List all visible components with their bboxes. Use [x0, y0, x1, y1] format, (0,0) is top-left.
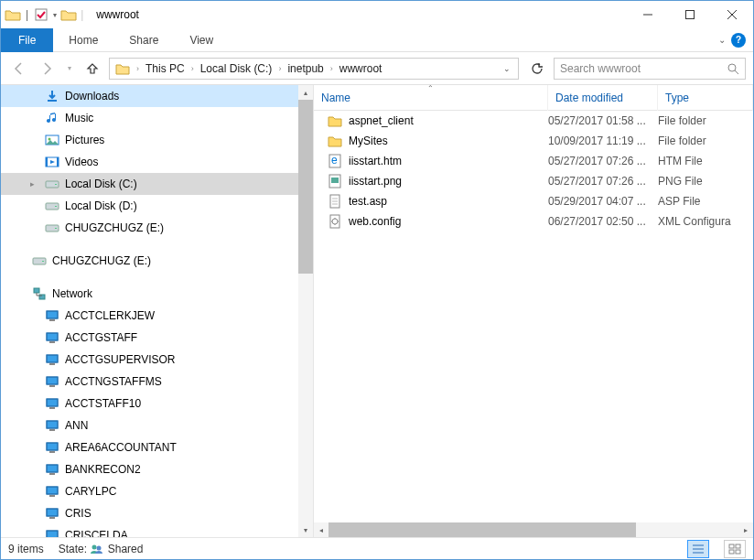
download-icon — [44, 89, 60, 103]
expand-icon[interactable]: ▸ — [30, 179, 39, 188]
tab-share[interactable]: Share — [113, 28, 174, 52]
breadcrumb-root-icon[interactable] — [112, 59, 134, 79]
tree-item[interactable]: ACCTGSUPERVISOR — [1, 349, 313, 371]
up-button[interactable] — [81, 58, 103, 80]
tree-label: ACCTNGSTAFFMS — [65, 375, 162, 388]
navigation-pane[interactable]: DownloadsMusicPicturesVideos▸Local Disk … — [1, 85, 314, 537]
computer-icon — [44, 374, 60, 389]
scrollbar-vertical[interactable]: ▴ ▾ — [298, 85, 313, 537]
svg-rect-13 — [55, 228, 57, 229]
scroll-up-icon[interactable]: ▴ — [298, 85, 313, 100]
svg-rect-48 — [47, 531, 58, 537]
thumbnails-view-button[interactable] — [724, 540, 746, 558]
tree-item[interactable]: Downloads — [1, 85, 313, 107]
videos-icon — [44, 155, 60, 169]
address-bar: ▾ › This PC › Local Disk (C:) › inetpub … — [1, 52, 753, 85]
file-row[interactable]: web.config06/27/2017 02:50 ...XML Config… — [314, 211, 753, 232]
svg-rect-42 — [47, 487, 58, 494]
drive-icon — [44, 199, 60, 213]
scrollbar-track[interactable] — [329, 522, 738, 537]
svg-rect-26 — [49, 363, 55, 365]
tree-item[interactable]: CARYLPC — [1, 480, 313, 502]
tree-item[interactable]: ACCTGSTAFF — [1, 327, 313, 349]
refresh-button[interactable] — [526, 59, 548, 79]
back-button[interactable] — [8, 58, 30, 80]
help-icon[interactable]: ? — [731, 33, 746, 48]
quick-check-icon[interactable] — [33, 8, 49, 21]
tree-item[interactable]: ACCTSTAFF10 — [1, 393, 313, 415]
file-row[interactable]: MySites10/09/2017 11:19 ...File folder — [314, 131, 753, 151]
computer-icon — [44, 396, 60, 411]
tree-item[interactable]: CRIS — [1, 502, 313, 524]
file-row[interactable]: eiisstart.htm05/27/2017 07:26 ...HTM Fil… — [314, 151, 753, 171]
tree-label: AREA6ACCOUNTANT — [65, 441, 177, 454]
breadcrumb-seg[interactable]: This PC — [142, 59, 188, 79]
tab-home[interactable]: Home — [53, 28, 113, 52]
tree-item[interactable]: ACCTCLERKJEW — [1, 305, 313, 327]
breadcrumb-seg[interactable]: inetpub — [284, 59, 327, 79]
file-row[interactable]: test.asp05/29/2017 04:07 ...ASP File — [314, 191, 753, 211]
file-row[interactable]: iisstart.png05/27/2017 07:26 ...PNG File — [314, 171, 753, 191]
svg-rect-30 — [47, 399, 58, 406]
tree-item[interactable]: AREA6ACCOUNTANT — [1, 436, 313, 458]
recent-dropdown[interactable]: ▾ — [63, 58, 76, 80]
file-row[interactable]: aspnet_client05/27/2017 01:58 ...File fo… — [314, 111, 753, 131]
svg-rect-6 — [46, 157, 48, 167]
tree-item[interactable]: ACCTNGSTAFFMS — [1, 371, 313, 393]
svg-rect-33 — [47, 421, 58, 428]
quick-btn[interactable]: | — [23, 8, 31, 21]
computer-icon — [44, 462, 60, 477]
tree-item[interactable]: ANN — [1, 415, 313, 436]
tree-item[interactable]: Pictures — [1, 129, 313, 151]
scroll-left-icon[interactable]: ◂ — [314, 522, 329, 537]
breadcrumb-seg[interactable]: Local Disk (C:) — [197, 59, 276, 79]
file-name: aspnet_client — [349, 114, 414, 127]
scroll-right-icon[interactable]: ▸ — [738, 522, 753, 537]
tree-label: CRIS — [65, 507, 92, 520]
column-date[interactable]: Date modified — [548, 85, 658, 111]
details-view-button[interactable] — [687, 540, 709, 558]
quick-dropdown-icon[interactable]: ▾ — [51, 11, 59, 19]
tree-item[interactable]: CHUGZCHUGZ (E:) — [1, 217, 313, 239]
svg-rect-47 — [49, 517, 55, 519]
tree-item[interactable]: ▸Local Disk (C:) — [1, 173, 313, 195]
png-icon — [327, 174, 343, 188]
chevron-down-icon[interactable]: ⌄ — [718, 35, 726, 45]
chevron-down-icon[interactable]: ⌄ — [498, 64, 516, 73]
chevron-right-icon[interactable]: › — [275, 64, 284, 73]
tab-view[interactable]: View — [174, 28, 229, 52]
tab-file[interactable]: File — [1, 28, 53, 52]
file-type: HTM File — [658, 155, 753, 167]
tree-item[interactable]: CRISCELDA — [1, 524, 313, 537]
column-type[interactable]: Type — [658, 85, 753, 111]
chevron-right-icon[interactable]: › — [188, 64, 197, 73]
tree-item[interactable]: CHUGZCHUGZ (E:) — [1, 250, 313, 272]
tree-item[interactable]: Videos — [1, 151, 313, 173]
scrollbar-thumb[interactable] — [329, 522, 636, 537]
search-input[interactable]: Search wwwroot — [554, 58, 746, 80]
svg-rect-45 — [47, 509, 58, 516]
scroll-down-icon[interactable]: ▾ — [298, 522, 313, 537]
minimize-button[interactable] — [627, 1, 669, 28]
maximize-button[interactable] — [669, 1, 711, 28]
file-icon — [327, 194, 343, 209]
chevron-right-icon[interactable]: › — [328, 64, 336, 73]
forward-button[interactable] — [36, 58, 58, 80]
file-date: 05/27/2017 07:26 ... — [548, 155, 658, 167]
tree-item[interactable]: Local Disk (D:) — [1, 195, 313, 217]
scrollbar-thumb[interactable] — [298, 100, 313, 274]
tree-label: Downloads — [65, 90, 119, 102]
file-type: File folder — [658, 135, 753, 147]
file-list[interactable]: aspnet_client05/27/2017 01:58 ...File fo… — [314, 111, 753, 522]
tree-label: CRISCELDA — [65, 529, 128, 537]
tree-item[interactable]: BANKRECON2 — [1, 458, 313, 480]
breadcrumb[interactable]: › This PC › Local Disk (C:) › inetpub › … — [109, 58, 519, 80]
chevron-right-icon[interactable]: › — [134, 64, 142, 73]
scrollbar-horizontal[interactable]: ◂ ▸ — [314, 522, 753, 537]
tree-item[interactable]: Network — [1, 283, 313, 305]
tree-label: Local Disk (D:) — [65, 199, 137, 212]
column-name[interactable]: Name ⌃ — [314, 85, 548, 111]
tree-item[interactable]: Music — [1, 107, 313, 129]
breadcrumb-seg[interactable]: wwwroot — [336, 59, 386, 79]
close-button[interactable] — [711, 1, 753, 28]
